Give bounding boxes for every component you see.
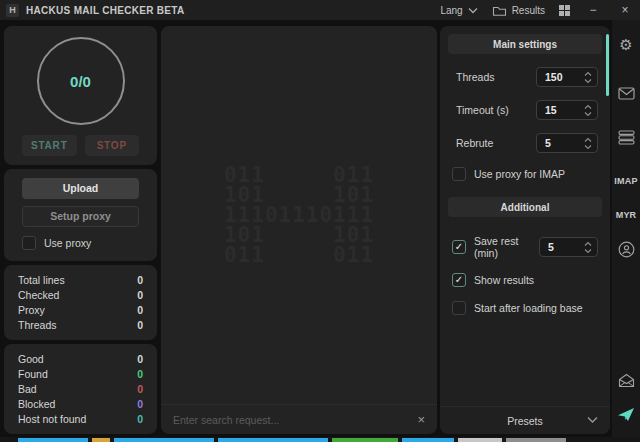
result-value: 0 — [137, 398, 143, 410]
rebrute-label: Rebrute — [456, 137, 493, 149]
result-label: Host not found — [18, 413, 86, 425]
result-label: Good — [18, 353, 44, 365]
timeout-stepper[interactable]: 15 — [536, 100, 598, 120]
timeout-label: Timeout (s) — [456, 104, 509, 116]
stepper-arrows-icon[interactable] — [584, 71, 592, 84]
taskbar-app-sliver[interactable] — [18, 438, 88, 442]
stat-value: 0 — [137, 274, 143, 286]
taskbar-sliver — [0, 437, 640, 442]
taskbar-app-sliver[interactable] — [506, 438, 566, 442]
result-row: Good 0 — [18, 353, 143, 365]
lang-selector[interactable]: Lang — [440, 5, 477, 16]
watermark-line: 011 011 — [224, 245, 374, 265]
search-bar: × — [161, 404, 437, 434]
save-rest-left: ✓ Save rest (min) — [452, 235, 539, 259]
timeout-value: 15 — [545, 104, 557, 116]
settings-gear-icon[interactable]: ⚙ — [612, 28, 640, 62]
start-stop-row: START STOP — [14, 135, 147, 156]
result-value: 0 — [137, 383, 143, 395]
timeout-field: Timeout (s) 15 — [440, 100, 610, 120]
stat-value: 0 — [137, 304, 143, 316]
result-label: Bad — [18, 383, 37, 395]
stat-label: Total lines — [18, 274, 65, 286]
watermark-line: 011 011 — [224, 165, 374, 185]
watermark-line: 101 101 — [224, 185, 374, 205]
stepper-arrows-icon[interactable] — [584, 137, 592, 150]
taskbar-app-sliver[interactable] — [218, 438, 328, 442]
stat-label: Checked — [18, 289, 59, 301]
show-results-checkbox[interactable]: ✓ — [452, 273, 466, 287]
stat-row: Proxy 0 — [18, 304, 143, 316]
start-button[interactable]: START — [22, 135, 77, 156]
show-results-label: Show results — [474, 274, 534, 286]
taskbar-app-sliver[interactable] — [114, 438, 214, 442]
clear-search-icon[interactable]: × — [417, 413, 425, 426]
use-proxy-imap-label: Use proxy for IMAP — [474, 168, 565, 180]
stats-card: Total lines 0 Checked 0 Proxy 0 Threads … — [4, 265, 157, 340]
start-after-loading-label: Start after loading base — [474, 302, 583, 314]
watermark-line: 101 101 — [224, 225, 374, 245]
minimize-button[interactable]: − — [584, 0, 602, 20]
stat-row: Checked 0 — [18, 289, 143, 301]
taskbar-app-sliver[interactable] — [332, 438, 398, 442]
result-label: Blocked — [18, 398, 55, 410]
show-results-row: ✓ Show results — [440, 273, 610, 287]
presets-dropdown[interactable]: Presets — [440, 406, 610, 434]
close-button[interactable]: × — [616, 0, 634, 20]
taskbar-app-sliver[interactable] — [92, 438, 110, 442]
open-mail-icon[interactable] — [612, 363, 640, 397]
threads-field: Threads 150 — [440, 67, 610, 87]
main-area: 0/0 START STOP Upload Setup proxy Use pr… — [0, 20, 640, 437]
result-row: Host not found 0 — [18, 413, 143, 425]
tab-myr[interactable]: MYR — [612, 198, 640, 232]
progress-counter: 0/0 — [70, 73, 91, 90]
start-after-loading-row: Start after loading base — [440, 301, 610, 315]
icon-rail: ⚙ IMAP MYR — [612, 20, 640, 437]
app-window: H HACKUS MAIL CHECKER BETA Lang Results … — [0, 0, 640, 442]
upload-button[interactable]: Upload — [22, 178, 139, 199]
results-label: Results — [512, 5, 545, 16]
chevron-down-icon — [468, 7, 478, 14]
stat-value: 0 — [137, 289, 143, 301]
setup-proxy-button[interactable]: Setup proxy — [22, 206, 139, 227]
save-rest-value: 5 — [548, 241, 554, 253]
settings-panel: Main settings Threads 150 Timeout (s) 15 — [440, 26, 610, 434]
taskbar-app-sliver[interactable] — [402, 438, 454, 442]
lang-label: Lang — [440, 5, 462, 16]
mail-icon[interactable] — [612, 76, 640, 110]
use-proxy-label: Use proxy — [44, 237, 91, 249]
start-after-loading-checkbox[interactable] — [452, 301, 466, 315]
results-button[interactable]: Results — [492, 4, 545, 17]
search-input[interactable] — [173, 414, 409, 426]
stop-button[interactable]: STOP — [85, 135, 140, 156]
save-rest-checkbox[interactable]: ✓ — [452, 240, 466, 254]
watermark-line: 11101110111 — [224, 205, 374, 225]
account-icon[interactable] — [612, 232, 640, 266]
result-row: Bad 0 — [18, 383, 143, 395]
windows-grid-icon[interactable] — [559, 5, 570, 16]
results-card: Good 0 Found 0 Bad 0 Blocked 0 Host not … — [4, 344, 157, 434]
additional-header: Additional — [448, 197, 602, 217]
taskbar-app-sliver[interactable] — [458, 438, 502, 442]
progress-card: 0/0 START STOP — [4, 26, 157, 165]
upload-card: Upload Setup proxy Use proxy — [4, 169, 157, 261]
use-proxy-imap-checkbox[interactable] — [452, 167, 466, 181]
app-logo-icon: H — [6, 4, 19, 17]
database-icon[interactable] — [612, 120, 640, 154]
rebrute-stepper[interactable]: 5 — [536, 133, 598, 153]
scrollbar-thumb[interactable] — [606, 34, 609, 96]
save-rest-stepper[interactable]: 5 — [539, 237, 598, 257]
use-proxy-row: Use proxy — [22, 236, 139, 250]
threads-value: 150 — [545, 71, 563, 83]
stepper-arrows-icon[interactable] — [584, 241, 592, 254]
threads-stepper[interactable]: 150 — [536, 67, 598, 87]
telegram-icon[interactable] — [612, 397, 640, 431]
stepper-arrows-icon[interactable] — [584, 104, 592, 117]
use-proxy-checkbox[interactable] — [22, 236, 36, 250]
result-value: 0 — [137, 413, 143, 425]
folder-icon — [492, 4, 507, 17]
app-title: HACKUS MAIL CHECKER BETA — [26, 5, 185, 16]
tab-imap[interactable]: IMAP — [612, 164, 640, 198]
left-column: 0/0 START STOP Upload Setup proxy Use pr… — [4, 26, 157, 434]
stat-row: Total lines 0 — [18, 274, 143, 286]
